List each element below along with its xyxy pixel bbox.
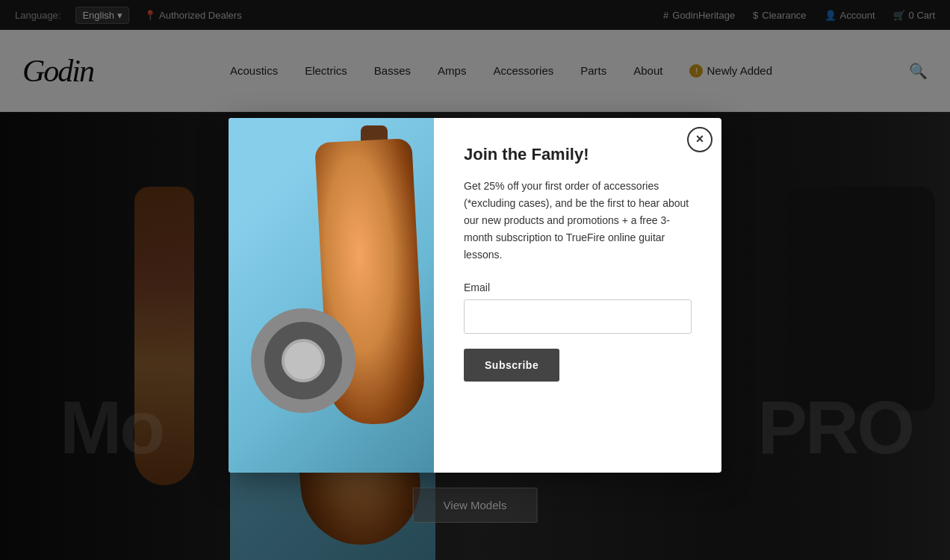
modal-close-button[interactable]: × <box>687 127 712 152</box>
subscribe-button[interactable]: Subscribe <box>464 349 559 382</box>
modal-overlay: × Join the Family! Get 25% off your firs… <box>0 0 950 560</box>
modal-dialog: × Join the Family! Get 25% off your firs… <box>229 118 721 473</box>
email-input[interactable] <box>464 299 692 334</box>
modal-image-panel <box>229 118 434 473</box>
modal-title: Join the Family! <box>464 145 692 164</box>
modal-description: Get 25% off your first order of accessor… <box>464 178 692 264</box>
modal-content-panel: × Join the Family! Get 25% off your firs… <box>434 118 721 473</box>
car-tire-decoration <box>251 308 356 413</box>
email-label: Email <box>464 281 692 293</box>
